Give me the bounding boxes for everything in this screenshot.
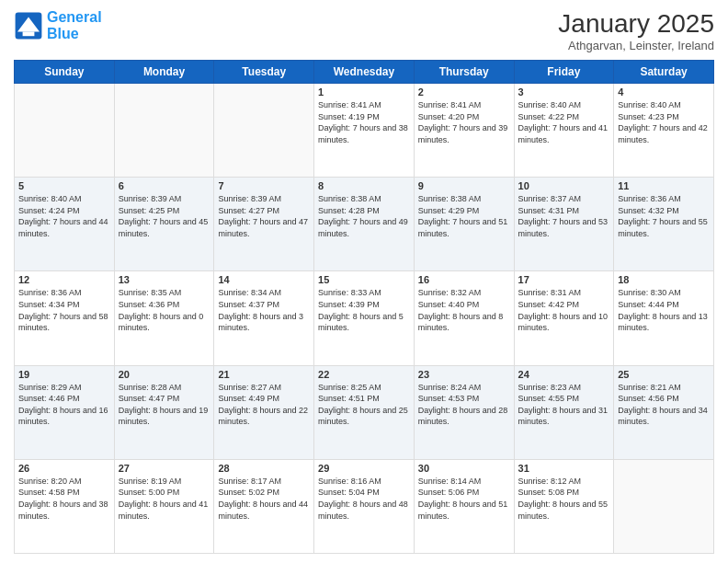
calendar-cell: 10Sunrise: 8:37 AM Sunset: 4:31 PM Dayli… — [514, 178, 614, 271]
logo-line1: General — [47, 9, 102, 25]
day-info: Sunrise: 8:32 AM Sunset: 4:40 PM Dayligh… — [418, 287, 510, 333]
weekday-header-thursday: Thursday — [414, 61, 514, 84]
day-number: 15 — [318, 274, 410, 285]
day-info: Sunrise: 8:25 AM Sunset: 4:51 PM Dayligh… — [318, 382, 410, 428]
calendar-cell: 15Sunrise: 8:33 AM Sunset: 4:39 PM Dayli… — [314, 271, 415, 365]
logo-text: General Blue — [47, 9, 102, 41]
day-info: Sunrise: 8:40 AM Sunset: 4:24 PM Dayligh… — [18, 193, 110, 239]
calendar-cell: 24Sunrise: 8:23 AM Sunset: 4:55 PM Dayli… — [514, 365, 614, 459]
day-info: Sunrise: 8:24 AM Sunset: 4:53 PM Dayligh… — [418, 382, 510, 428]
day-info: Sunrise: 8:36 AM Sunset: 4:32 PM Dayligh… — [618, 193, 710, 239]
day-number: 23 — [418, 369, 510, 380]
day-number: 29 — [318, 463, 410, 474]
logo-line2: Blue — [47, 26, 79, 41]
calendar-cell: 9Sunrise: 8:38 AM Sunset: 4:29 PM Daylig… — [414, 178, 514, 271]
day-number: 19 — [18, 369, 110, 380]
day-number: 16 — [418, 274, 510, 285]
day-info: Sunrise: 8:20 AM Sunset: 4:58 PM Dayligh… — [18, 476, 110, 522]
day-info: Sunrise: 8:36 AM Sunset: 4:34 PM Dayligh… — [18, 287, 110, 333]
calendar-cell: 6Sunrise: 8:39 AM Sunset: 4:25 PM Daylig… — [114, 178, 214, 271]
day-number: 2 — [418, 86, 510, 98]
day-info: Sunrise: 8:27 AM Sunset: 4:49 PM Dayligh… — [218, 382, 310, 428]
calendar-cell: 5Sunrise: 8:40 AM Sunset: 4:24 PM Daylig… — [15, 178, 115, 271]
day-number: 13 — [119, 274, 210, 285]
calendar-cell: 26Sunrise: 8:20 AM Sunset: 4:58 PM Dayli… — [15, 459, 115, 553]
weekday-header-row: SundayMondayTuesdayWednesdayThursdayFrid… — [15, 61, 714, 84]
calendar-cell: 8Sunrise: 8:38 AM Sunset: 4:28 PM Daylig… — [314, 178, 415, 271]
day-info: Sunrise: 8:35 AM Sunset: 4:36 PM Dayligh… — [119, 287, 210, 333]
day-number: 4 — [618, 86, 710, 98]
day-info: Sunrise: 8:38 AM Sunset: 4:28 PM Dayligh… — [318, 193, 410, 239]
day-number: 30 — [418, 463, 510, 474]
calendar-cell: 21Sunrise: 8:27 AM Sunset: 4:49 PM Dayli… — [214, 365, 314, 459]
day-info: Sunrise: 8:28 AM Sunset: 4:47 PM Dayligh… — [119, 382, 210, 428]
month-title: January 2025 — [558, 9, 714, 39]
header: General Blue January 2025 Athgarvan, Lei… — [14, 9, 714, 52]
day-info: Sunrise: 8:31 AM Sunset: 4:42 PM Dayligh… — [518, 287, 610, 333]
location: Athgarvan, Leinster, Ireland — [558, 39, 714, 52]
calendar-cell: 27Sunrise: 8:19 AM Sunset: 5:00 PM Dayli… — [114, 459, 214, 553]
calendar-cell: 30Sunrise: 8:14 AM Sunset: 5:06 PM Dayli… — [414, 459, 514, 553]
day-info: Sunrise: 8:38 AM Sunset: 4:29 PM Dayligh… — [418, 193, 510, 239]
day-number: 22 — [318, 369, 410, 380]
day-info: Sunrise: 8:33 AM Sunset: 4:39 PM Dayligh… — [318, 287, 410, 333]
calendar-cell: 22Sunrise: 8:25 AM Sunset: 4:51 PM Dayli… — [314, 365, 415, 459]
day-info: Sunrise: 8:39 AM Sunset: 4:25 PM Dayligh… — [119, 193, 210, 239]
calendar-week-1: 1Sunrise: 8:41 AM Sunset: 4:19 PM Daylig… — [15, 84, 714, 178]
day-number: 7 — [218, 180, 310, 191]
day-info: Sunrise: 8:40 AM Sunset: 4:23 PM Dayligh… — [618, 99, 710, 145]
day-info: Sunrise: 8:37 AM Sunset: 4:31 PM Dayligh… — [518, 193, 610, 239]
calendar-cell: 12Sunrise: 8:36 AM Sunset: 4:34 PM Dayli… — [15, 271, 115, 365]
calendar-cell: 7Sunrise: 8:39 AM Sunset: 4:27 PM Daylig… — [214, 178, 314, 271]
calendar-cell: 19Sunrise: 8:29 AM Sunset: 4:46 PM Dayli… — [15, 365, 115, 459]
header-right: January 2025 Athgarvan, Leinster, Irelan… — [558, 9, 714, 52]
day-number: 5 — [18, 180, 110, 191]
day-info: Sunrise: 8:41 AM Sunset: 4:20 PM Dayligh… — [418, 99, 510, 145]
calendar-cell: 11Sunrise: 8:36 AM Sunset: 4:32 PM Dayli… — [614, 178, 714, 271]
weekday-header-monday: Monday — [114, 61, 214, 84]
calendar-cell: 16Sunrise: 8:32 AM Sunset: 4:40 PM Dayli… — [414, 271, 514, 365]
day-number: 20 — [119, 369, 210, 380]
calendar-cell: 23Sunrise: 8:24 AM Sunset: 4:53 PM Dayli… — [414, 365, 514, 459]
day-info: Sunrise: 8:30 AM Sunset: 4:44 PM Dayligh… — [618, 287, 710, 333]
day-info: Sunrise: 8:23 AM Sunset: 4:55 PM Dayligh… — [518, 382, 610, 428]
day-number: 9 — [418, 180, 510, 191]
calendar-cell: 2Sunrise: 8:41 AM Sunset: 4:20 PM Daylig… — [414, 84, 514, 178]
day-number: 1 — [318, 86, 410, 98]
weekday-header-sunday: Sunday — [15, 61, 115, 84]
calendar-cell: 13Sunrise: 8:35 AM Sunset: 4:36 PM Dayli… — [114, 271, 214, 365]
day-number: 11 — [618, 180, 710, 191]
day-number: 18 — [618, 274, 710, 285]
weekday-header-tuesday: Tuesday — [214, 61, 314, 84]
calendar: SundayMondayTuesdayWednesdayThursdayFrid… — [14, 60, 714, 554]
day-number: 6 — [119, 180, 210, 191]
calendar-week-2: 5Sunrise: 8:40 AM Sunset: 4:24 PM Daylig… — [15, 178, 714, 271]
day-info: Sunrise: 8:12 AM Sunset: 5:08 PM Dayligh… — [518, 476, 610, 522]
calendar-cell — [214, 84, 314, 178]
day-number: 17 — [518, 274, 610, 285]
day-info: Sunrise: 8:14 AM Sunset: 5:06 PM Dayligh… — [418, 476, 510, 522]
calendar-cell: 25Sunrise: 8:21 AM Sunset: 4:56 PM Dayli… — [614, 365, 714, 459]
calendar-week-4: 19Sunrise: 8:29 AM Sunset: 4:46 PM Dayli… — [15, 365, 714, 459]
calendar-cell — [614, 459, 714, 553]
day-info: Sunrise: 8:40 AM Sunset: 4:22 PM Dayligh… — [518, 99, 610, 145]
day-info: Sunrise: 8:41 AM Sunset: 4:19 PM Dayligh… — [318, 99, 410, 145]
day-number: 14 — [218, 274, 310, 285]
calendar-cell: 31Sunrise: 8:12 AM Sunset: 5:08 PM Dayli… — [514, 459, 614, 553]
logo: General Blue — [14, 9, 102, 41]
calendar-cell: 4Sunrise: 8:40 AM Sunset: 4:23 PM Daylig… — [614, 84, 714, 178]
day-number: 27 — [119, 463, 210, 474]
weekday-header-saturday: Saturday — [614, 61, 714, 84]
weekday-header-wednesday: Wednesday — [314, 61, 415, 84]
day-info: Sunrise: 8:29 AM Sunset: 4:46 PM Dayligh… — [18, 382, 110, 428]
day-number: 3 — [518, 86, 610, 98]
calendar-week-5: 26Sunrise: 8:20 AM Sunset: 4:58 PM Dayli… — [15, 459, 714, 553]
calendar-cell: 3Sunrise: 8:40 AM Sunset: 4:22 PM Daylig… — [514, 84, 614, 178]
calendar-cell — [15, 84, 115, 178]
page: General Blue January 2025 Athgarvan, Lei… — [0, 0, 728, 563]
day-info: Sunrise: 8:39 AM Sunset: 4:27 PM Dayligh… — [218, 193, 310, 239]
calendar-cell: 29Sunrise: 8:16 AM Sunset: 5:04 PM Dayli… — [314, 459, 415, 553]
day-info: Sunrise: 8:21 AM Sunset: 4:56 PM Dayligh… — [618, 382, 710, 428]
day-number: 21 — [218, 369, 310, 380]
day-number: 31 — [518, 463, 610, 474]
